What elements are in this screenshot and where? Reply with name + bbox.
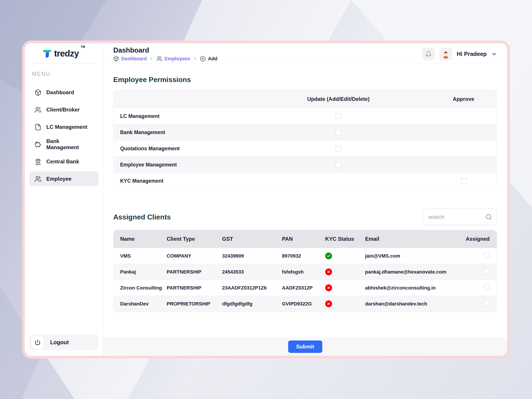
update-checkbox-lc-management[interactable]: [335, 113, 341, 119]
permission-label: Employee Management: [114, 162, 247, 168]
assigned-clients-rows: VMSCOMPANY324398098970932jain@VMS.comPan…: [114, 248, 497, 312]
kyc-status-rejected-badge: [325, 268, 332, 275]
brand-name: tredzy: [54, 49, 79, 58]
users-icon: [35, 106, 41, 113]
permissions-rows: LC ManagementBank ManagementQuotations M…: [114, 108, 497, 189]
client-row-pankaj: PankajPARTNERSHIP24543533fshdsgshpankaj.…: [114, 264, 497, 280]
client-type: COMPANY: [167, 253, 222, 259]
x-icon: [327, 286, 330, 290]
chevron-down-wrap[interactable]: [491, 51, 497, 57]
submit-button[interactable]: Submit: [288, 341, 322, 353]
permissions-table-header: Update (Add/Edit/Delete) Approve: [114, 90, 497, 108]
breadcrumb-label: Add: [208, 56, 217, 62]
sidebar-item-central-bank[interactable]: Central Bank: [29, 154, 98, 169]
breadcrumb-add[interactable]: Add: [200, 56, 217, 62]
avatar[interactable]: [439, 48, 452, 61]
chevron-right-icon: [193, 57, 197, 61]
bell-icon: [425, 51, 432, 57]
permission-label: Bank Management: [114, 129, 247, 135]
permissions-table: Update (Add/Edit/Delete) Approve LC Mana…: [113, 90, 497, 189]
client-name: DarshanDev: [114, 301, 167, 307]
clients-column-kyc-status: KYC Status: [325, 236, 365, 242]
users-icon: [157, 56, 162, 62]
client-name: VMS: [114, 253, 167, 259]
breadcrumb-dashboard[interactable]: Dashboard: [113, 56, 147, 62]
plus-circle-icon: [200, 56, 206, 62]
assigned-clients-table-header: NameClient TypeGSTPANKYC StatusEmailAssi…: [114, 230, 497, 248]
assigned-checkbox-vms[interactable]: [484, 252, 490, 258]
client-name: Zircon Consulting: [114, 285, 167, 291]
page-content: Employee Permissions Update (Add/Edit/De…: [103, 64, 507, 338]
client-gst: 24543533: [222, 269, 282, 275]
main-area: Dashboard DashboardEmployeesAdd Hi Prade…: [103, 43, 507, 356]
x-icon: [327, 302, 330, 306]
trademark-symbol: TM: [81, 45, 85, 49]
sidebar: tredzy TM MENU DashboardClient/BrokerLC …: [25, 43, 103, 356]
breadcrumb: DashboardEmployeesAdd: [113, 56, 217, 62]
notifications-button[interactable]: [422, 48, 435, 61]
sidebar-item-label: LC Management: [46, 124, 87, 130]
search-icon: [485, 214, 492, 220]
chevron-down-icon: [491, 51, 497, 57]
power-icon: [35, 339, 41, 345]
header: Dashboard DashboardEmployeesAdd Hi Prade…: [103, 43, 507, 64]
client-gst: 32439809: [222, 253, 282, 259]
sidebar-item-dashboard[interactable]: Dashboard: [29, 85, 98, 100]
clients-column-email: Email: [365, 236, 459, 242]
assigned-clients-title: Assigned Clients: [113, 213, 171, 221]
logout-button[interactable]: Logout: [29, 335, 98, 350]
footer-bar: Submit: [103, 338, 507, 356]
brand-logo[interactable]: tredzy TM: [25, 43, 103, 64]
permission-row-lc-management: LC Management: [114, 108, 497, 124]
sidebar-item-client-broker[interactable]: Client/Broker: [29, 102, 98, 117]
sidebar-item-label: Employee: [46, 176, 71, 182]
update-checkbox-quotations-management[interactable]: [335, 146, 341, 152]
page-title: Dashboard: [113, 46, 217, 54]
assigned-checkbox-pankaj[interactable]: [484, 268, 490, 274]
cube-icon: [113, 56, 119, 62]
client-pan: fshdsgsh: [282, 269, 325, 275]
sidebar-item-label: Bank Management: [46, 138, 93, 151]
user-greeting[interactable]: Hi Pradeep: [457, 51, 487, 57]
client-row-zircon-consulting: Zircon ConsultingPARTNERSHIP23AADFZ0312P…: [114, 280, 497, 296]
sidebar-item-label: Client/Broker: [46, 107, 80, 113]
chevron-right-icon: [149, 57, 154, 61]
clients-column-pan: PAN: [282, 236, 325, 242]
clients-column-assigned: Assigned: [466, 236, 497, 242]
client-email: darshan@darshandev.tech: [365, 301, 459, 307]
approve-checkbox-kyc-management[interactable]: [461, 178, 467, 184]
permissions-header-update: Update (Add/Edit/Delete): [247, 96, 430, 102]
update-checkbox-employee-management[interactable]: [335, 162, 341, 168]
client-type: PARTNERSHIP: [167, 269, 222, 275]
kyc-status-rejected-badge: [325, 284, 332, 291]
sidebar-item-bank-management[interactable]: Bank Management: [29, 137, 98, 152]
sidebar-item-label: Dashboard: [46, 89, 74, 95]
kyc-status-rejected-badge: [325, 300, 332, 307]
permission-label: KYC Management: [114, 178, 247, 184]
client-email: jain@VMS.com: [365, 253, 459, 259]
search-box: [423, 209, 497, 225]
assigned-checkbox-darshandev[interactable]: [484, 300, 490, 306]
client-type: PROPRIETORSHIP: [167, 301, 222, 307]
breadcrumb-label: Dashboard: [121, 56, 147, 62]
permission-row-quotations-management: Quotations Management: [114, 140, 497, 157]
permission-row-bank-management: Bank Management: [114, 124, 497, 140]
client-email: pankaj.dhamane@hexanovate.com: [365, 269, 459, 275]
check-icon: [327, 254, 330, 258]
sidebar-item-lc-management[interactable]: LC Management: [29, 120, 98, 134]
assigned-checkbox-zircon-consulting[interactable]: [484, 284, 490, 290]
update-checkbox-bank-management[interactable]: [335, 129, 341, 135]
sidebar-spacer: [29, 189, 98, 335]
client-type: PARTNERSHIP: [167, 285, 222, 291]
client-row-darshandev: DarshanDevPROPRIETORSHIPdfgdfgdfgdfgGVIP…: [114, 296, 497, 312]
permissions-title: Employee Permissions: [113, 76, 497, 84]
permission-row-employee-management: Employee Management: [114, 157, 497, 173]
permission-label: Quotations Management: [114, 146, 247, 152]
sidebar-item-employee[interactable]: Employee: [29, 171, 98, 186]
breadcrumb-employees[interactable]: Employees: [157, 56, 190, 62]
permission-row-kyc-management: KYC Management: [114, 173, 497, 189]
sidebar-item-label: Central Bank: [46, 158, 79, 165]
client-pan: AADFZ0312P: [282, 285, 325, 291]
brand-logo-icon: [43, 49, 52, 58]
avatar-image: [441, 50, 450, 58]
